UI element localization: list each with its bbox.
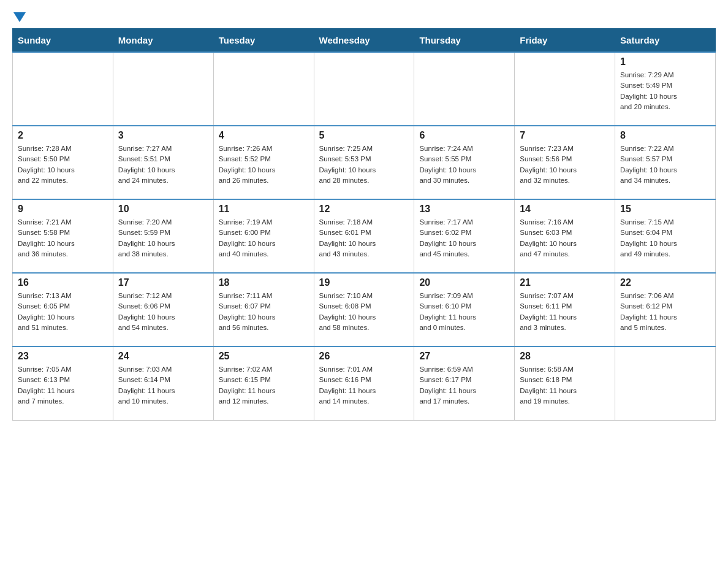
day-info: Sunrise: 7:25 AM Sunset: 5:53 PM Dayligh… — [319, 144, 409, 186]
calendar-cell: 24Sunrise: 7:03 AM Sunset: 6:14 PM Dayli… — [113, 347, 213, 420]
calendar-cell: 13Sunrise: 7:17 AM Sunset: 6:02 PM Dayli… — [414, 199, 515, 273]
day-info: Sunrise: 7:21 AM Sunset: 5:58 PM Dayligh… — [18, 217, 108, 259]
calendar-cell: 5Sunrise: 7:25 AM Sunset: 5:53 PM Daylig… — [314, 126, 414, 199]
calendar-header-row: SundayMondayTuesdayWednesdayThursdayFrid… — [13, 29, 716, 53]
day-info: Sunrise: 7:16 AM Sunset: 6:03 PM Dayligh… — [520, 217, 610, 259]
day-number: 14 — [520, 204, 610, 215]
calendar-cell: 18Sunrise: 7:11 AM Sunset: 6:07 PM Dayli… — [213, 273, 314, 347]
calendar-week-row: 23Sunrise: 7:05 AM Sunset: 6:13 PM Dayli… — [13, 347, 716, 420]
day-number: 18 — [219, 277, 309, 288]
calendar-cell: 17Sunrise: 7:12 AM Sunset: 6:06 PM Dayli… — [113, 273, 213, 347]
calendar-cell: 10Sunrise: 7:20 AM Sunset: 5:59 PM Dayli… — [113, 199, 213, 273]
day-number: 28 — [520, 351, 610, 362]
day-number: 27 — [419, 351, 509, 362]
calendar-cell — [414, 52, 515, 126]
weekday-header-tuesday: Tuesday — [213, 29, 314, 53]
calendar-cell — [314, 52, 414, 126]
weekday-header-friday: Friday — [515, 29, 615, 53]
day-info: Sunrise: 7:09 AM Sunset: 6:10 PM Dayligh… — [419, 291, 509, 333]
calendar-cell: 3Sunrise: 7:27 AM Sunset: 5:51 PM Daylig… — [113, 126, 213, 199]
calendar-cell — [13, 52, 113, 126]
day-number: 4 — [219, 130, 309, 141]
day-number: 15 — [620, 204, 710, 215]
calendar-week-row: 2Sunrise: 7:28 AM Sunset: 5:50 PM Daylig… — [13, 126, 716, 199]
calendar-cell: 19Sunrise: 7:10 AM Sunset: 6:08 PM Dayli… — [314, 273, 414, 347]
day-number: 21 — [520, 277, 610, 288]
calendar-cell: 28Sunrise: 6:58 AM Sunset: 6:18 PM Dayli… — [515, 347, 615, 420]
day-info: Sunrise: 7:12 AM Sunset: 6:06 PM Dayligh… — [118, 291, 208, 333]
day-info: Sunrise: 7:03 AM Sunset: 6:14 PM Dayligh… — [118, 364, 208, 407]
day-number: 7 — [520, 130, 610, 141]
day-info: Sunrise: 7:05 AM Sunset: 6:13 PM Dayligh… — [18, 364, 108, 407]
page-header — [12, 12, 716, 22]
day-info: Sunrise: 7:01 AM Sunset: 6:16 PM Dayligh… — [319, 364, 409, 407]
weekday-header-saturday: Saturday — [615, 29, 716, 53]
day-info: Sunrise: 7:10 AM Sunset: 6:08 PM Dayligh… — [319, 291, 409, 333]
logo — [12, 12, 26, 22]
calendar-cell: 1Sunrise: 7:29 AM Sunset: 5:49 PM Daylig… — [615, 52, 716, 126]
calendar-cell — [615, 347, 716, 420]
calendar-cell: 22Sunrise: 7:06 AM Sunset: 6:12 PM Dayli… — [615, 273, 716, 347]
calendar-week-row: 1Sunrise: 7:29 AM Sunset: 5:49 PM Daylig… — [13, 52, 716, 126]
day-number: 20 — [419, 277, 509, 288]
day-info: Sunrise: 7:20 AM Sunset: 5:59 PM Dayligh… — [118, 217, 208, 259]
calendar-cell: 7Sunrise: 7:23 AM Sunset: 5:56 PM Daylig… — [515, 126, 615, 199]
day-number: 10 — [118, 204, 208, 215]
day-info: Sunrise: 7:07 AM Sunset: 6:11 PM Dayligh… — [520, 291, 610, 333]
calendar-cell: 2Sunrise: 7:28 AM Sunset: 5:50 PM Daylig… — [13, 126, 113, 199]
calendar-cell: 20Sunrise: 7:09 AM Sunset: 6:10 PM Dayli… — [414, 273, 515, 347]
calendar-cell: 8Sunrise: 7:22 AM Sunset: 5:57 PM Daylig… — [615, 126, 716, 199]
day-number: 5 — [319, 130, 409, 141]
calendar-cell: 4Sunrise: 7:26 AM Sunset: 5:52 PM Daylig… — [213, 126, 314, 199]
day-number: 16 — [18, 277, 108, 288]
calendar-cell — [515, 52, 615, 126]
day-info: Sunrise: 7:26 AM Sunset: 5:52 PM Dayligh… — [219, 144, 309, 186]
day-number: 13 — [419, 204, 509, 215]
day-number: 3 — [118, 130, 208, 141]
day-info: Sunrise: 6:58 AM Sunset: 6:18 PM Dayligh… — [520, 364, 610, 407]
day-info: Sunrise: 7:27 AM Sunset: 5:51 PM Dayligh… — [118, 144, 208, 186]
day-info: Sunrise: 7:13 AM Sunset: 6:05 PM Dayligh… — [18, 291, 108, 333]
calendar-cell — [113, 52, 213, 126]
weekday-header-sunday: Sunday — [13, 29, 113, 53]
calendar-cell: 11Sunrise: 7:19 AM Sunset: 6:00 PM Dayli… — [213, 199, 314, 273]
calendar-cell: 27Sunrise: 6:59 AM Sunset: 6:17 PM Dayli… — [414, 347, 515, 420]
day-number: 12 — [319, 204, 409, 215]
day-info: Sunrise: 7:23 AM Sunset: 5:56 PM Dayligh… — [520, 144, 610, 186]
day-number: 25 — [219, 351, 309, 362]
calendar-table: SundayMondayTuesdayWednesdayThursdayFrid… — [12, 28, 716, 421]
day-info: Sunrise: 7:24 AM Sunset: 5:55 PM Dayligh… — [419, 144, 509, 186]
calendar-cell: 9Sunrise: 7:21 AM Sunset: 5:58 PM Daylig… — [13, 199, 113, 273]
day-number: 22 — [620, 277, 710, 288]
calendar-cell: 15Sunrise: 7:15 AM Sunset: 6:04 PM Dayli… — [615, 199, 716, 273]
day-number: 1 — [620, 56, 710, 67]
day-number: 24 — [118, 351, 208, 362]
day-number: 6 — [419, 130, 509, 141]
day-info: Sunrise: 7:17 AM Sunset: 6:02 PM Dayligh… — [419, 217, 509, 259]
day-number: 9 — [18, 204, 108, 215]
calendar-cell: 12Sunrise: 7:18 AM Sunset: 6:01 PM Dayli… — [314, 199, 414, 273]
calendar-cell: 23Sunrise: 7:05 AM Sunset: 6:13 PM Dayli… — [13, 347, 113, 420]
day-info: Sunrise: 7:28 AM Sunset: 5:50 PM Dayligh… — [18, 144, 108, 186]
day-info: Sunrise: 7:02 AM Sunset: 6:15 PM Dayligh… — [219, 364, 309, 407]
day-info: Sunrise: 7:15 AM Sunset: 6:04 PM Dayligh… — [620, 217, 710, 259]
calendar-cell: 16Sunrise: 7:13 AM Sunset: 6:05 PM Dayli… — [13, 273, 113, 347]
calendar-cell: 21Sunrise: 7:07 AM Sunset: 6:11 PM Dayli… — [515, 273, 615, 347]
calendar-cell: 26Sunrise: 7:01 AM Sunset: 6:16 PM Dayli… — [314, 347, 414, 420]
day-info: Sunrise: 7:19 AM Sunset: 6:00 PM Dayligh… — [219, 217, 309, 259]
calendar-cell: 6Sunrise: 7:24 AM Sunset: 5:55 PM Daylig… — [414, 126, 515, 199]
day-number: 26 — [319, 351, 409, 362]
weekday-header-monday: Monday — [113, 29, 213, 53]
day-info: Sunrise: 7:29 AM Sunset: 5:49 PM Dayligh… — [620, 70, 710, 112]
calendar-cell: 25Sunrise: 7:02 AM Sunset: 6:15 PM Dayli… — [213, 347, 314, 420]
weekday-header-thursday: Thursday — [414, 29, 515, 53]
calendar-week-row: 9Sunrise: 7:21 AM Sunset: 5:58 PM Daylig… — [13, 199, 716, 273]
svg-marker-0 — [13, 12, 26, 22]
calendar-cell: 14Sunrise: 7:16 AM Sunset: 6:03 PM Dayli… — [515, 199, 615, 273]
day-number: 23 — [18, 351, 108, 362]
day-number: 11 — [219, 204, 309, 215]
day-number: 8 — [620, 130, 710, 141]
day-number: 2 — [18, 130, 108, 141]
day-info: Sunrise: 7:06 AM Sunset: 6:12 PM Dayligh… — [620, 291, 710, 333]
day-number: 17 — [118, 277, 208, 288]
